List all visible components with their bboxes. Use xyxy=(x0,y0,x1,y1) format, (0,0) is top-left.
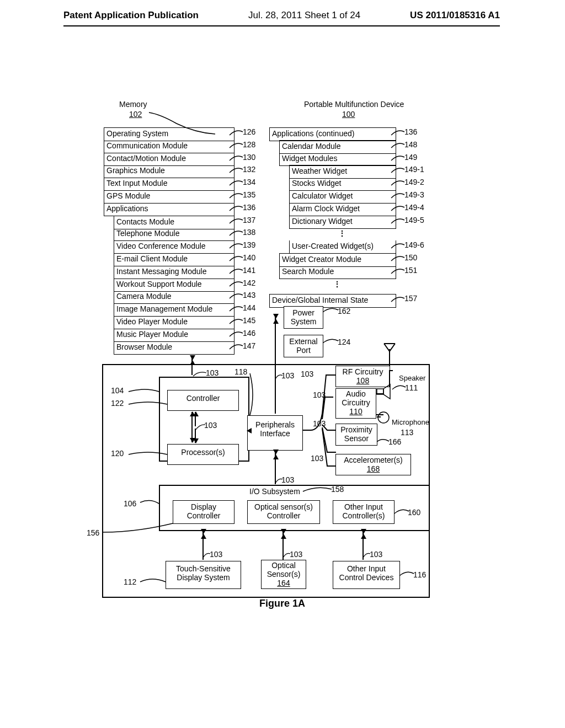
ref-139: 139 xyxy=(243,240,255,249)
mem-row-r-dots12: ⋮ xyxy=(279,279,395,291)
lead-143 xyxy=(230,293,244,301)
mem-row-138: Telephone Module xyxy=(114,228,234,241)
ref-113: 113 xyxy=(401,428,413,437)
mem-row-r-149-6: User-Created Widget(s) xyxy=(289,240,396,254)
ref-149-4: 149-4 xyxy=(404,203,424,212)
lead-132 xyxy=(230,167,244,175)
ref-149-3: 149-3 xyxy=(404,190,424,199)
lead-118 xyxy=(248,373,258,417)
lead-166 xyxy=(377,438,390,445)
ref-124: 124 xyxy=(338,338,350,346)
lead-134 xyxy=(230,180,244,188)
proximity-box: Proximity Sensor xyxy=(335,424,377,446)
ref-116: 116 xyxy=(413,570,426,579)
accel-box: Accelerometer(s)168 xyxy=(335,454,411,475)
ref-151: 151 xyxy=(404,266,417,275)
ctrl-arrow xyxy=(191,412,193,442)
ref-106: 106 xyxy=(124,499,136,508)
controller-box: Controller xyxy=(167,390,239,411)
wire xyxy=(376,393,383,394)
mem-row-r-151: Search Module xyxy=(279,266,396,279)
ref-148: 148 xyxy=(404,140,417,149)
ref-157: 157 xyxy=(404,294,417,303)
lead-149-5 xyxy=(391,218,406,226)
lead-141 xyxy=(230,268,244,276)
header-right: US 2011/0185316 A1 xyxy=(410,10,500,21)
processors-box: Processor(s) xyxy=(167,444,239,465)
lead-158 xyxy=(303,487,333,494)
ref-162: 162 xyxy=(338,307,350,315)
other-controllers-box: Other Input Controller(s) xyxy=(333,500,395,524)
mem-row-126: Operating System xyxy=(104,127,234,141)
lead-140 xyxy=(230,255,244,263)
lead-151 xyxy=(391,268,406,276)
mem-row-128: Communication Module xyxy=(104,140,234,153)
mem-row-r-149-4: Alarm Clock Widget xyxy=(289,203,396,216)
ref-140: 140 xyxy=(243,253,255,262)
optical-sensors-box: Optical Sensor(s)164 xyxy=(261,560,306,589)
l103-io3 xyxy=(363,552,371,559)
ref-142: 142 xyxy=(243,279,255,287)
mem-row-132: Graphics Module xyxy=(104,165,234,178)
mem-row-r-149-1: Weather Widget xyxy=(289,165,396,179)
l103-io1 xyxy=(203,552,211,559)
lead-106 xyxy=(140,500,160,507)
figure-1a: Memory 102 Portable Multifunction Device… xyxy=(63,91,502,676)
io-label: I/O Subsystem xyxy=(249,487,300,496)
ref-103-io1: 103 xyxy=(210,550,222,559)
ref-112: 112 xyxy=(124,577,136,586)
audio-box: Audio Circuitry110 xyxy=(335,388,376,419)
lead-162 xyxy=(323,308,339,314)
mem-row-140: E-mail Client Module xyxy=(114,253,234,266)
mem-row-134: Text Input Module xyxy=(104,178,234,191)
ref-136: 136 xyxy=(243,203,255,212)
ref-156: 156 xyxy=(87,528,99,537)
external-port-box: External Port xyxy=(284,335,323,357)
ref-118: 118 xyxy=(234,367,247,376)
mem-arrow-mid xyxy=(275,314,276,414)
lead-124 xyxy=(323,339,339,345)
lead-135 xyxy=(230,192,244,200)
lead-136 xyxy=(391,130,406,137)
lead-149 xyxy=(391,155,406,163)
ref-103-fan2: 103 xyxy=(313,390,326,399)
mem-row-135: GPS Module xyxy=(104,190,234,204)
mem-row-145: Video Player Module xyxy=(114,316,234,329)
speaker-label: Speaker xyxy=(399,374,425,382)
lead-149-6 xyxy=(391,243,406,250)
lead-145 xyxy=(230,318,244,326)
ref-134: 134 xyxy=(243,178,255,186)
ref-150: 150 xyxy=(404,253,417,262)
ref-126: 126 xyxy=(243,127,255,136)
wire xyxy=(389,370,393,371)
lead-120 xyxy=(129,452,168,458)
wire xyxy=(376,414,383,415)
lead-146 xyxy=(230,331,244,339)
lead-104 xyxy=(129,389,162,395)
wire xyxy=(389,370,390,387)
page-header: Patent Application Publication Jul. 28, … xyxy=(0,0,565,21)
lead-149-4 xyxy=(391,205,406,213)
lead-149-3 xyxy=(391,192,406,200)
mem-row-137: Contacts Module xyxy=(114,216,234,229)
lead-112 xyxy=(140,579,167,586)
memory-label: Memory xyxy=(119,100,147,109)
ref-149-5: 149-5 xyxy=(404,216,424,224)
header-center: Jul. 28, 2011 Sheet 1 of 24 xyxy=(248,10,360,21)
mem-row-r-149-3: Calculator Widget xyxy=(289,190,396,204)
lead-116 xyxy=(399,571,415,578)
touch-display-box: Touch-Sensitive Display System xyxy=(166,561,241,589)
mem-row-141: Instant Messaging Module xyxy=(114,266,234,279)
mem-row-r-149-5: Dictionary Widget xyxy=(289,216,396,229)
mem-row-r-150: Widget Creator Module xyxy=(279,253,396,267)
lead-156 xyxy=(103,522,174,533)
ref-149: 149 xyxy=(404,153,417,162)
lead-111 xyxy=(392,385,407,392)
ref-103-fan3: 103 xyxy=(313,419,326,428)
memory-ref: 102 xyxy=(129,110,142,119)
mem-row-136: Applications xyxy=(104,203,234,216)
ref-135: 135 xyxy=(243,190,255,199)
ref-143: 143 xyxy=(243,291,255,299)
lead-157 xyxy=(391,296,406,304)
antenna-icon xyxy=(381,344,398,367)
